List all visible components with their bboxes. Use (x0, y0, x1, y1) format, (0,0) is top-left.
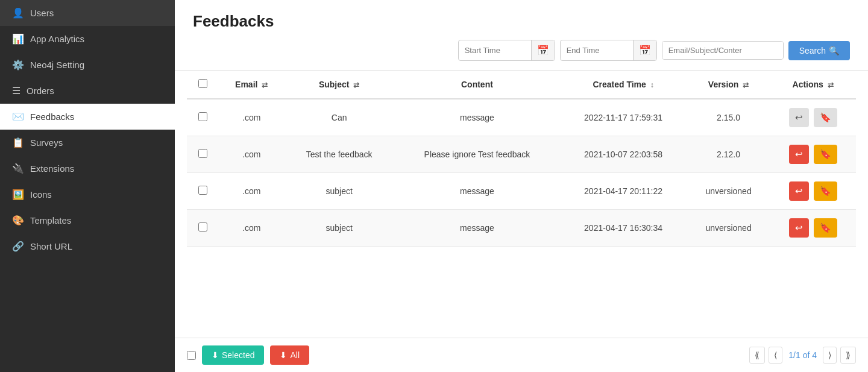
table-row: .com subject message 2021-04-17 16:30:34… (187, 210, 856, 247)
version-cell: unversioned (687, 210, 770, 247)
version-header: Version ⇄ (687, 71, 770, 99)
sidebar-item-surveys[interactable]: 📋Surveys (0, 130, 175, 156)
search-input[interactable] (662, 42, 783, 59)
templates-icon: 🎨 (12, 215, 24, 226)
first-page-button[interactable]: ⟪ (749, 347, 765, 364)
search-wrap (662, 41, 784, 60)
search-button[interactable]: Search 🔍 (788, 41, 850, 60)
icons-icon: 🖼️ (12, 189, 24, 200)
subject-cell: Can (284, 99, 395, 136)
sidebar-item-label: Neo4j Setting (30, 60, 84, 70)
download-all-button[interactable]: ⬇ All (270, 345, 309, 365)
bookmark-button-2[interactable]: 🔖 (814, 145, 837, 164)
actions-cell: ↩ 🔖 (770, 136, 856, 173)
feedbacks-icon: ✉️ (12, 111, 24, 122)
search-icon: 🔍 (829, 46, 839, 55)
sidebar-item-label: App Analytics (30, 34, 84, 44)
pagination: ⟪ ⟨ 1/1 of 4 ⟩ ⟫ (749, 347, 856, 364)
sidebar-item-label: Feedbacks (30, 112, 74, 122)
main-content: Feedbacks 📅 📅 Search 🔍 (175, 0, 868, 372)
download-selected-button[interactable]: ⬇ Selected (202, 345, 264, 365)
reply-button-1[interactable]: ↩ (789, 108, 809, 127)
sidebar-item-templates[interactable]: 🎨Templates (0, 207, 175, 233)
start-time-calendar-icon[interactable]: 📅 (531, 40, 555, 60)
start-time-input[interactable] (459, 42, 531, 59)
created-time-cell: 2021-10-07 22:03:58 (559, 136, 687, 173)
content-cell: message (394, 210, 559, 247)
select-all-checkbox[interactable] (198, 79, 207, 88)
content-cell: message (394, 173, 559, 210)
all-label: All (290, 350, 300, 360)
content-cell: message (394, 99, 559, 136)
content-cell: Please ignore Test feedback (394, 136, 559, 173)
version-sort-icon[interactable]: ⇄ (743, 81, 749, 89)
sidebar-item-label: Extensions (30, 163, 74, 174)
sidebar-item-users[interactable]: 👤Users (0, 0, 175, 26)
sidebar-item-label: Icons (30, 189, 52, 200)
subject-cell: subject (284, 210, 395, 247)
next-page-button[interactable]: ⟩ (823, 347, 837, 364)
sidebar-item-short-url[interactable]: 🔗Short URL (0, 233, 175, 259)
row-checkbox-cell (187, 99, 219, 136)
app-analytics-icon: 📊 (12, 33, 24, 45)
created-time-cell: 2022-11-17 17:59:31 (559, 99, 687, 136)
row-checkbox-2[interactable] (198, 149, 207, 158)
sidebar-item-label: Templates (30, 215, 71, 225)
row-checkbox-cell (187, 173, 219, 210)
actions-sort-icon[interactable]: ⇄ (828, 81, 834, 89)
footer-left: ⬇ Selected ⬇ All (187, 345, 309, 365)
end-time-calendar-icon[interactable]: 📅 (633, 40, 656, 60)
email-cell: .com (219, 136, 284, 173)
selected-label: Selected (222, 350, 254, 360)
created-time-cell: 2021-04-17 20:11:22 (559, 173, 687, 210)
sidebar-item-icons[interactable]: 🖼️Icons (0, 181, 175, 207)
footer-select-all-checkbox[interactable] (187, 351, 196, 360)
users-icon: 👤 (12, 7, 24, 19)
sidebar-item-label: Surveys (30, 137, 63, 148)
created-time-cell: 2021-04-17 16:30:34 (559, 210, 687, 247)
created-time-sort-icon[interactable]: ↕ (650, 81, 654, 89)
start-time-filter: 📅 (458, 40, 555, 61)
subject-cell: Test the feedback (284, 136, 395, 173)
sidebar-item-label: Orders (27, 86, 54, 96)
bookmark-button-4[interactable]: 🔖 (814, 218, 837, 238)
actions-cell: ↩ 🔖 (770, 210, 856, 247)
sidebar-item-feedbacks[interactable]: ✉️Feedbacks (0, 104, 175, 130)
prev-page-button[interactable]: ⟨ (769, 347, 782, 364)
filter-row: 📅 📅 Search 🔍 (193, 40, 850, 61)
subject-sort-icon[interactable]: ⇄ (353, 81, 359, 89)
bookmark-button-1[interactable]: 🔖 (814, 108, 837, 127)
sidebar-item-app-analytics[interactable]: 📊App Analytics (0, 26, 175, 52)
row-checkbox-cell (187, 136, 219, 173)
sidebar-item-orders[interactable]: ☰Orders (0, 78, 175, 104)
reply-button-3[interactable]: ↩ (789, 181, 809, 201)
row-checkbox-4[interactable] (198, 222, 207, 232)
page-title: Feedbacks (193, 12, 850, 31)
orders-icon: ☰ (12, 85, 20, 96)
bookmark-button-3[interactable]: 🔖 (814, 181, 837, 201)
end-time-input[interactable] (561, 42, 633, 59)
extensions-icon: 🔌 (12, 163, 24, 174)
table-body: .com Can message 2022-11-17 17:59:31 2.1… (187, 99, 856, 247)
subject-cell: subject (284, 173, 395, 210)
actions-cell: ↩ 🔖 (770, 173, 856, 210)
search-label: Search (799, 46, 826, 55)
short-url-icon: 🔗 (12, 241, 24, 252)
table-wrap: Email ⇄ Subject ⇄ Content Created Time ↕… (175, 71, 868, 338)
reply-button-2[interactable]: ↩ (789, 145, 809, 164)
last-page-button[interactable]: ⟫ (840, 347, 856, 364)
subject-header: Subject ⇄ (284, 71, 395, 99)
sidebar: 👤Users📊App Analytics⚙️Neo4j Setting☰Orde… (0, 0, 175, 372)
table-footer: ⬇ Selected ⬇ All ⟪ ⟨ 1/1 of 4 ⟩ ⟫ (175, 338, 868, 372)
email-sort-icon[interactable]: ⇄ (262, 81, 268, 89)
sidebar-item-extensions[interactable]: 🔌Extensions (0, 156, 175, 181)
version-cell: unversioned (687, 173, 770, 210)
checkbox-header (187, 71, 219, 99)
row-checkbox-1[interactable] (198, 112, 207, 121)
row-checkbox-3[interactable] (198, 186, 207, 195)
version-cell: 2.15.0 (687, 99, 770, 136)
table-row: .com Test the feedback Please ignore Tes… (187, 136, 856, 173)
end-time-filter: 📅 (560, 40, 657, 61)
reply-button-4[interactable]: ↩ (789, 218, 809, 238)
sidebar-item-neo4j-setting[interactable]: ⚙️Neo4j Setting (0, 52, 175, 78)
